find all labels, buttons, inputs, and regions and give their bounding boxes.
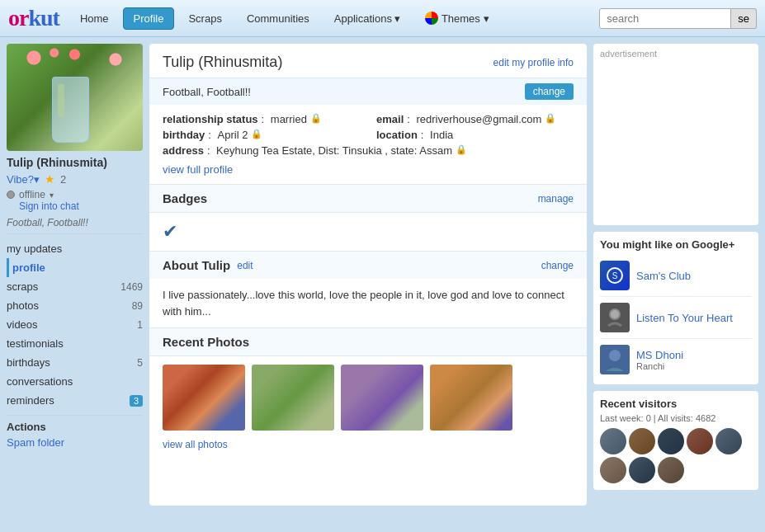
conversations-label: conversations	[7, 375, 73, 388]
profile-title: Tulip (Rhinusmita)	[163, 54, 282, 71]
relationship-label: relationship status	[163, 113, 258, 125]
status-dropdown-icon[interactable]: ▾	[50, 191, 54, 200]
profile-nav-btn[interactable]: Profile	[123, 7, 175, 30]
view-full-profile-link[interactable]: view full profile	[163, 163, 574, 176]
vibe-label: Vibe?	[7, 173, 34, 186]
visitors-stats: Last week: 0 | All visits: 4682	[600, 413, 752, 423]
visitor-avatar-6[interactable]	[600, 457, 626, 483]
birthday-value: April 2	[218, 129, 248, 141]
advertisement-box: advertisement	[593, 44, 758, 225]
about-header: About Tulip edit change	[149, 252, 587, 279]
reminders-label: reminders	[7, 394, 54, 407]
listen-heart-info: Listen To Your Heart	[636, 312, 733, 324]
testimonials-label: testimonials	[7, 337, 64, 350]
gplus-item-sams-club[interactable]: S Sam's Club	[600, 257, 752, 294]
sidebar-nav-videos[interactable]: videos 1	[7, 315, 143, 334]
videos-count: 1	[137, 319, 143, 331]
vibe-dropdown-icon: ▾	[34, 173, 40, 186]
visitor-avatar-4[interactable]	[687, 428, 713, 454]
badges-area: ✔	[149, 213, 587, 252]
communities-nav-btn[interactable]: Communities	[236, 7, 320, 30]
visitor-avatar-5[interactable]	[715, 428, 742, 454]
badges-section-header: Badges manage	[149, 185, 587, 213]
photos-count: 89	[132, 300, 143, 312]
search-area: se	[599, 8, 757, 29]
sidebar-nav-birthdays[interactable]: birthdays 5	[7, 353, 143, 372]
sign-into-chat-link[interactable]: Sign into chat	[19, 200, 143, 212]
about-section: About Tulip edit change I live passionat…	[149, 252, 587, 328]
themes-nav-btn[interactable]: Themes ▾	[414, 7, 500, 30]
logo-kut: kut	[28, 5, 59, 31]
about-change-link[interactable]: change	[541, 260, 574, 271]
applications-dropdown-icon: ▾	[394, 12, 400, 25]
about-title: About Tulip	[163, 258, 230, 272]
relationship-row: relationship status: married 🔒	[163, 113, 360, 125]
my-updates-label: my updates	[7, 242, 62, 255]
visitor-avatar-1[interactable]	[600, 428, 626, 454]
change-status-button[interactable]: change	[525, 83, 574, 100]
visitor-avatar-7[interactable]	[629, 457, 655, 483]
vibe-link[interactable]: Vibe?▾	[7, 173, 40, 186]
gplus-item-ms-dhoni[interactable]: MS Dhoni Ranchi	[600, 341, 752, 378]
main-layout: Tulip (Rhinusmita) Vibe?▾ ★ 2 offline ▾ …	[0, 37, 765, 512]
sidebar-profile-name: Tulip (Rhinusmita)	[7, 156, 143, 169]
profile-info-section: relationship status: married 🔒 email: re…	[149, 105, 587, 185]
birthday-lock-icon: 🔒	[251, 129, 262, 139]
sidebar-nav-my-updates[interactable]: my updates	[7, 239, 143, 258]
sidebar-nav-reminders[interactable]: reminders 3	[7, 391, 143, 410]
sidebar-nav-photos[interactable]: photos 89	[7, 296, 143, 315]
search-input[interactable]	[599, 8, 731, 29]
visitor-avatar-3[interactable]	[658, 428, 684, 454]
gplus-item-listen-to-heart[interactable]: Listen To Your Heart	[600, 299, 752, 336]
gplus-divider-2	[600, 338, 752, 339]
edit-profile-link[interactable]: edit my profile info	[493, 57, 574, 68]
email-row: email: redriverhouse@gmail.com 🔒	[376, 113, 574, 125]
sidebar-nav-testimonials[interactable]: testimonials	[7, 334, 143, 353]
recent-visitors-box: Recent visitors Last week: 0 | All visit…	[593, 391, 758, 490]
sidebar-nav-conversations[interactable]: conversations	[7, 372, 143, 391]
badges-manage-link[interactable]: manage	[538, 193, 574, 205]
themes-color-icon	[425, 12, 438, 25]
ms-dhoni-sub: Ranchi	[636, 361, 683, 371]
email-lock-icon: 🔒	[545, 113, 556, 124]
visitors-grid	[600, 428, 752, 483]
visitor-avatar-8[interactable]	[658, 457, 684, 483]
spam-folder-link[interactable]: Spam folder	[7, 436, 143, 449]
photos-section: Recent Photos view all photos	[149, 328, 587, 457]
top-navigation: orkut Home Profile Scraps Communities Ap…	[0, 0, 765, 37]
svg-point-4	[611, 310, 619, 318]
scraps-nav-btn[interactable]: Scraps	[177, 7, 232, 30]
videos-label: videos	[7, 318, 38, 331]
photo-thumb-3[interactable]	[341, 365, 423, 431]
sams-club-avatar: S	[600, 261, 630, 290]
search-button[interactable]: se	[731, 8, 757, 29]
photo-placeholder	[7, 44, 143, 151]
online-status-row: offline ▾	[7, 189, 143, 200]
visitor-avatar-2[interactable]	[629, 428, 655, 454]
photos-header: Recent Photos	[149, 328, 587, 356]
photo-thumb-1[interactable]	[163, 365, 245, 431]
profile-status-text: Football, Football!!	[163, 86, 251, 98]
sams-club-name: Sam's Club	[636, 270, 691, 282]
relationship-lock-icon: 🔒	[310, 113, 322, 124]
reminders-badge: 3	[130, 395, 143, 407]
sidebar-divider-1	[7, 233, 143, 234]
svg-text:S: S	[612, 271, 618, 280]
relationship-value: married	[271, 113, 307, 125]
about-title-row: About Tulip edit	[163, 258, 253, 272]
photo-thumb-2[interactable]	[252, 365, 334, 431]
drink-glass-decoration	[52, 77, 89, 143]
themes-dropdown-icon: ▾	[484, 12, 489, 25]
sidebar-nav-scraps[interactable]: scraps 1469	[7, 277, 143, 296]
orkut-logo: orkut	[8, 5, 59, 31]
view-all-photos-link[interactable]: view all photos	[149, 439, 587, 457]
home-nav-btn[interactable]: Home	[69, 7, 120, 30]
applications-nav-btn[interactable]: Applications ▾	[323, 7, 411, 30]
photo-thumb-4[interactable]	[430, 365, 512, 431]
sidebar-nav-profile[interactable]: profile	[7, 258, 143, 277]
flowers-decoration	[7, 48, 143, 81]
email-value: redriverhouse@gmail.com	[416, 113, 541, 125]
about-edit-link[interactable]: edit	[237, 260, 253, 271]
scraps-label: scraps	[7, 280, 38, 293]
badge-checkmark-icon: ✔	[163, 221, 177, 242]
